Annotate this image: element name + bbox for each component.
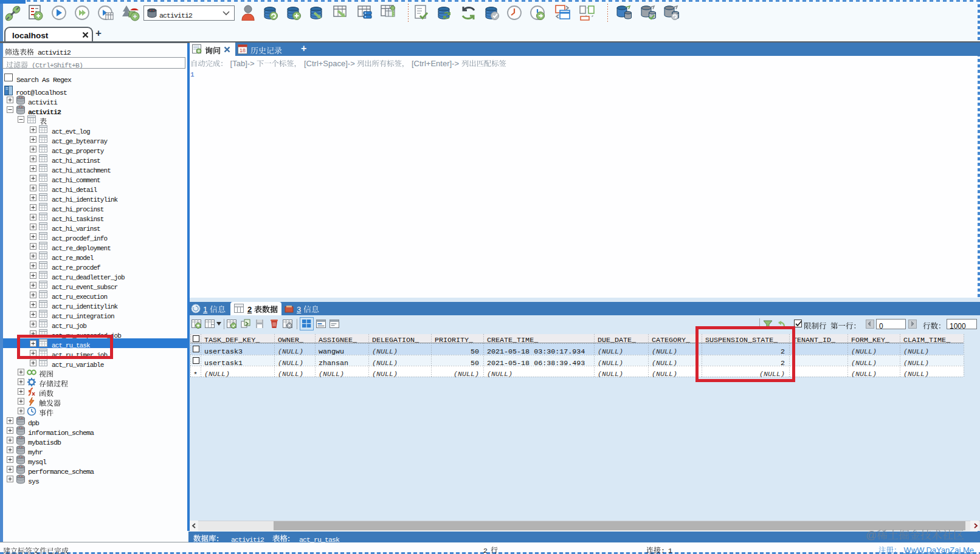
svg-text:18: 18 <box>240 47 246 53</box>
